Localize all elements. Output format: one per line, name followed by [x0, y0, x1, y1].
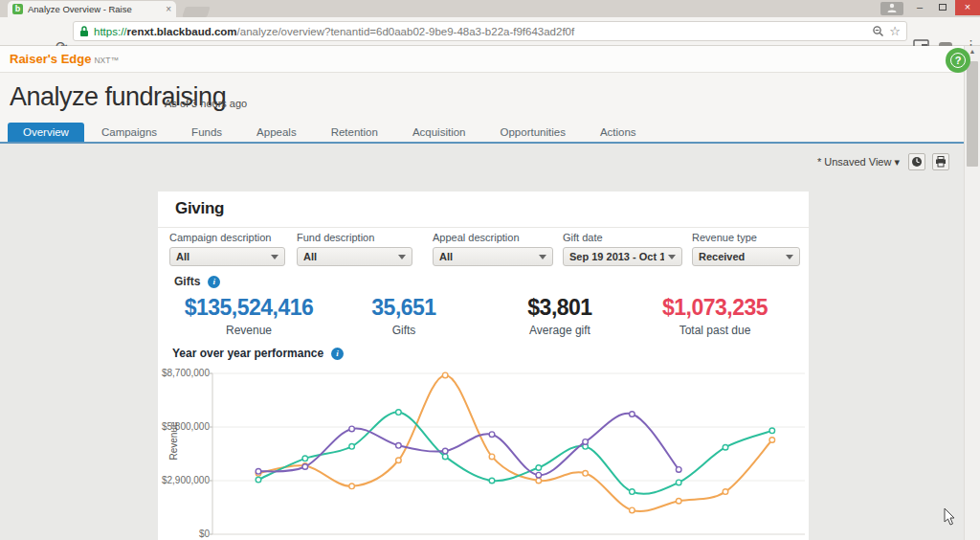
mouse-cursor	[944, 507, 957, 527]
gifts-section-label: Gifts	[174, 275, 200, 288]
stat-label: Gifts	[318, 324, 490, 337]
filter-label: Revenue type	[692, 232, 800, 243]
filter-campaign: Campaign description All	[169, 232, 285, 266]
scrollbar-thumb[interactable]	[967, 61, 978, 167]
gift-date-select[interactable]: Sep 19 2013 - Oct 18 ...	[563, 247, 682, 266]
filter-fund: Fund description All	[297, 232, 412, 266]
bookmark-star-icon[interactable]: ☆	[889, 24, 901, 38]
chart-title: Year over year performance	[172, 347, 323, 360]
history-button[interactable]	[908, 153, 925, 170]
filter-gift-date: Gift date Sep 19 2013 - Oct 18 ...	[563, 232, 682, 266]
filter-label: Fund description	[297, 232, 412, 243]
stat-gifts: 35,651 Gifts	[318, 295, 490, 337]
filter-revenue-type: Revenue type Received	[692, 232, 800, 266]
tab-campaigns[interactable]: Campaigns	[84, 123, 174, 142]
stat-label: Revenue	[163, 324, 335, 337]
brand-suffix: NXT™	[94, 56, 119, 65]
profile-button[interactable]	[880, 2, 903, 15]
stat-value: $3,801	[474, 295, 646, 321]
brand-logo[interactable]: Raiser's EdgeNXT™	[10, 52, 119, 66]
appeal-select[interactable]: All	[433, 247, 553, 266]
year-over-year-chart[interactable]	[158, 367, 809, 540]
filter-label: Campaign description	[169, 232, 285, 243]
caret-down-icon	[539, 255, 546, 259]
tab-underline	[0, 142, 964, 144]
address-bar[interactable]: https://renxt.blackbaud.com/analyze/over…	[73, 21, 907, 41]
stat-average-gift: $3,801 Average gift	[474, 295, 646, 337]
giving-panel: Giving Campaign description All Fund des…	[158, 191, 809, 540]
printer-icon	[935, 156, 947, 168]
page-subtitle: As of 3 hours ago	[165, 98, 247, 109]
restore-icon	[939, 4, 947, 11]
filter-appeal: Appeal description All	[433, 232, 553, 266]
app-bar: Raiser's EdgeNXT™	[0, 46, 964, 73]
browser-tab[interactable]: b Analyze Overview - Raise ×	[8, 1, 176, 17]
filter-label: Appeal description	[433, 232, 553, 243]
person-icon	[886, 2, 898, 13]
stat-value: 35,651	[318, 295, 490, 321]
tab-close-icon[interactable]: ×	[166, 4, 171, 14]
stat-label: Total past due	[629, 324, 801, 337]
chevron-down-icon: ▾	[894, 156, 900, 168]
caret-down-icon	[271, 255, 278, 259]
url-protocol: https://	[94, 26, 127, 37]
browser-window: b Analyze Overview - Raise × – × ← → ⟳ h…	[0, 0, 980, 540]
new-tab-button[interactable]	[182, 7, 211, 17]
revenue-type-select[interactable]: Received	[692, 247, 800, 266]
close-window-button[interactable]: ×	[955, 0, 980, 15]
tab-acquisition[interactable]: Acquisition	[395, 123, 483, 142]
zoom-search-icon[interactable]	[872, 25, 884, 37]
tab-actions[interactable]: Actions	[583, 123, 654, 142]
campaign-select[interactable]: All	[169, 247, 285, 266]
caret-down-icon	[786, 255, 793, 259]
restore-button[interactable]	[932, 0, 953, 15]
filter-label: Gift date	[563, 232, 682, 243]
help-button[interactable]: ?	[946, 48, 970, 73]
stat-revenue: $135,524,416 Revenue	[163, 295, 335, 337]
tab-retention[interactable]: Retention	[314, 123, 395, 142]
browser-toolbar: ← → ⟳ https://renxt.blackbaud.com/analyz…	[0, 17, 980, 46]
url-text: https://renxt.blackbaud.com/analyze/over…	[94, 26, 867, 37]
info-icon[interactable]: i	[331, 348, 344, 360]
caret-down-icon	[398, 255, 406, 259]
browser-tab-title: Analyze Overview - Raise	[28, 4, 156, 14]
clock-icon	[911, 156, 923, 168]
view-controls: * Unsaved View ▾	[818, 153, 962, 170]
info-icon[interactable]: i	[208, 276, 220, 288]
panel-title: Giving	[175, 199, 224, 218]
caret-down-icon	[668, 255, 676, 259]
minimize-button[interactable]: –	[909, 0, 930, 15]
tab-appeals[interactable]: Appeals	[239, 123, 314, 142]
blackbaud-favicon-icon: b	[12, 4, 23, 14]
url-path: /analyze/overview?tenantid=6d0aab02-9be9…	[237, 26, 575, 37]
help-icon: ?	[950, 53, 966, 68]
page-scrollbar[interactable]: ▲	[964, 46, 980, 540]
stat-label: Average gift	[474, 324, 646, 337]
divider	[158, 227, 809, 228]
tab-opportunities[interactable]: Opportunities	[483, 123, 583, 142]
tab-funds[interactable]: Funds	[174, 123, 239, 142]
print-button[interactable]	[932, 153, 949, 170]
stat-value: $135,524,416	[163, 295, 335, 321]
stat-value: $1,073,235	[629, 295, 801, 321]
unsaved-view-dropdown[interactable]: * Unsaved View ▾	[817, 156, 900, 169]
stat-total-past-due: $1,073,235 Total past due	[629, 295, 801, 337]
tab-overview[interactable]: Overview	[8, 123, 84, 142]
url-host: renxt.blackbaud.com	[127, 26, 237, 37]
padlock-icon	[79, 25, 89, 37]
fund-select[interactable]: All	[297, 247, 412, 266]
analyze-tabs: Overview Campaigns Funds Appeals Retenti…	[0, 123, 654, 142]
window-titlebar: b Analyze Overview - Raise × – ×	[0, 0, 980, 17]
